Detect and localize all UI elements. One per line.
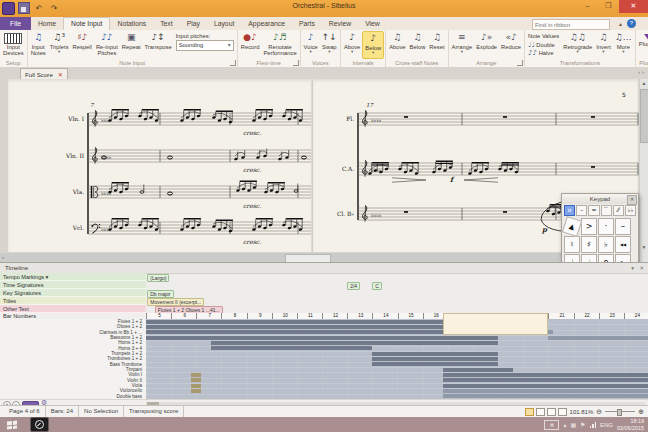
timeline-note-segment[interactable]: [191, 384, 201, 388]
timeline-note-segment[interactable]: [548, 336, 648, 340]
above-button[interactable]: ♪Above▾: [342, 31, 362, 59]
input-pitches-select[interactable]: Sounding▾: [176, 40, 234, 51]
arrange-button[interactable]: ≡Arrange▾: [450, 31, 475, 59]
minimize-button[interactable]: –: [577, 0, 598, 13]
timeline-row-time-signatures[interactable]: Time Signatures2/4C: [0, 281, 648, 289]
keypad-cue-button[interactable]: ◀◀: [615, 236, 631, 253]
close-button[interactable]: ✕: [619, 0, 648, 13]
timeline-note-segment[interactable]: [191, 389, 201, 393]
timeline-close-icon[interactable]: ✕: [639, 265, 644, 271]
tab-appearance[interactable]: Appearance: [241, 17, 292, 30]
timeline-note-segment[interactable]: [443, 368, 513, 372]
tab-view[interactable]: View: [358, 17, 387, 30]
renotate-performance-button[interactable]: ♪♬Renotate Performance: [261, 31, 298, 59]
keypad-cursor-button[interactable]: ▲: [562, 216, 582, 237]
explode-button[interactable]: ♪»Explode: [474, 31, 499, 59]
keypad-close-icon[interactable]: ✕: [627, 195, 637, 205]
tab-layout[interactable]: Layout: [207, 17, 241, 30]
keypad-staccato-button[interactable]: ·: [598, 218, 614, 235]
timeline-grid[interactable]: [146, 319, 648, 399]
timeline-note-segment[interactable]: [443, 394, 648, 398]
halve-button[interactable]: ♪♪ Halve: [528, 49, 559, 58]
more-notes-tab[interactable]: –: [576, 205, 587, 216]
re-input-pitches-button[interactable]: ♪♪Re-input Pitches: [94, 31, 120, 59]
status-transposing-score[interactable]: Transposing score: [124, 406, 184, 417]
tab-play[interactable]: Play: [180, 17, 207, 30]
timeline-row-other-text[interactable]: Other TextFlutes 1 + 2 Oboes 1 ...41...: [0, 305, 648, 313]
spread-view-icon[interactable]: [547, 408, 556, 416]
timeline-note-segment[interactable]: [372, 362, 498, 366]
flag-icon[interactable]: ⚑: [580, 421, 585, 428]
keypad-tenuto-button[interactable]: –: [615, 218, 631, 235]
tab-scroll-icons[interactable]: ‹ ›: [638, 69, 644, 75]
single-page-view-icon[interactable]: [536, 408, 545, 416]
tab-notations[interactable]: Notations: [110, 17, 153, 30]
timeline-view-highlight[interactable]: [443, 313, 549, 335]
keypad-accent-button[interactable]: >: [581, 218, 597, 235]
zoom-out-icon[interactable]: ⊖: [596, 408, 602, 416]
dialog-launcher-icon[interactable]: [517, 60, 523, 66]
scroll-up-icon[interactable]: ▲: [640, 80, 648, 86]
tab-text[interactable]: Text: [153, 17, 179, 30]
tab-file[interactable]: File: [0, 17, 31, 30]
full-screen-view-icon[interactable]: [558, 408, 567, 416]
voice-button[interactable]: ♪Voice▾: [302, 31, 320, 59]
scroll-left-icon[interactable]: ‹: [2, 254, 4, 261]
timeline-note-segment[interactable]: [191, 373, 201, 377]
dialog-launcher-icon[interactable]: [293, 60, 299, 66]
above-button[interactable]: ♫Above: [387, 31, 407, 59]
vertical-scrollbar-thumb[interactable]: [640, 89, 648, 143]
help-icon[interactable]: ?: [627, 19, 636, 28]
tab-note-input[interactable]: Note Input: [63, 17, 110, 30]
input-notes-button[interactable]: ♫Input Notes: [29, 31, 48, 59]
close-tab-icon[interactable]: ✕: [58, 70, 63, 80]
timeline-note-segment[interactable]: [443, 389, 648, 393]
timeline-note-segment[interactable]: [211, 341, 498, 345]
triplets-button[interactable]: ♫³Triplets▾: [48, 31, 71, 59]
keypad-flat-button[interactable]: ♭: [598, 236, 614, 253]
timeline-row-titles[interactable]: TitlesMovement II (excerpt...: [0, 297, 648, 305]
common-notes-tab[interactable]: o: [564, 205, 575, 216]
beams-tab[interactable]: =: [588, 205, 599, 216]
timeline-note-segment[interactable]: [443, 373, 648, 377]
repeat-button[interactable]: ▣Repeat: [120, 31, 143, 59]
swap-button[interactable]: ↑↓Swap▾: [320, 31, 339, 59]
timeline-note-segment[interactable]: [146, 336, 498, 340]
zoom-in-icon[interactable]: ⊕: [638, 408, 644, 416]
note-values-button[interactable]: Note Values: [528, 32, 559, 41]
plug-ins-button[interactable]: Plug-ins▾: [637, 31, 648, 59]
zoom-slider[interactable]: [605, 411, 635, 412]
reduce-button[interactable]: «♪Reduce: [499, 31, 523, 59]
retrograde-button[interactable]: ♫♫Retrograde▾: [561, 31, 594, 59]
action-center-icon[interactable]: ▦: [570, 421, 576, 428]
keypad-natural-button[interactable]: ♮: [564, 236, 580, 253]
pan-view-icon[interactable]: [525, 408, 534, 416]
zoom-slider-knob[interactable]: [617, 409, 622, 416]
tab-review[interactable]: Review: [322, 17, 358, 30]
maximize-button[interactable]: ❒: [598, 0, 619, 13]
jazz-tab[interactable]: ⁄⁄: [613, 205, 624, 216]
timeline-note-segment[interactable]: [211, 346, 372, 350]
keypad-sharp-button[interactable]: ♯: [581, 236, 597, 253]
tab-home[interactable]: Home: [31, 17, 63, 30]
below-button[interactable]: ♪Below▾: [362, 31, 384, 59]
timeline-note-segment[interactable]: [443, 384, 648, 388]
collapse-ribbon-icon[interactable]: ▴: [619, 20, 622, 27]
below-button[interactable]: ♫Below: [408, 31, 428, 59]
invert-button[interactable]: ♫Invert▾: [594, 31, 613, 59]
input-devices-button[interactable]: Input Devices: [1, 31, 26, 59]
keyboard-indicator-icon[interactable]: ▦: [544, 420, 559, 430]
status-no-selection[interactable]: No Selection: [79, 406, 124, 417]
timeline-options-icon[interactable]: ▾: [631, 265, 634, 271]
timeline-note-segment[interactable]: [191, 378, 201, 382]
network-icon[interactable]: [590, 421, 597, 428]
taskbar-clock[interactable]: 18:19 02/06/2015: [617, 418, 644, 431]
taskbar-sibelius-icon[interactable]: [30, 417, 49, 432]
status-page-4-of-6[interactable]: Page 4 of 6: [4, 406, 46, 417]
dialog-launcher-icon[interactable]: [230, 60, 236, 66]
record-button[interactable]: ●♪Record: [239, 31, 262, 59]
articulations-tab[interactable]: ⌒: [601, 205, 612, 216]
show-hidden-icons[interactable]: ▴: [563, 421, 566, 428]
transpose-button[interactable]: ♪↕Transpose: [143, 31, 174, 59]
timeline-row-tempo-markings[interactable]: Tempo Markings ▾(Largo): [0, 273, 648, 281]
